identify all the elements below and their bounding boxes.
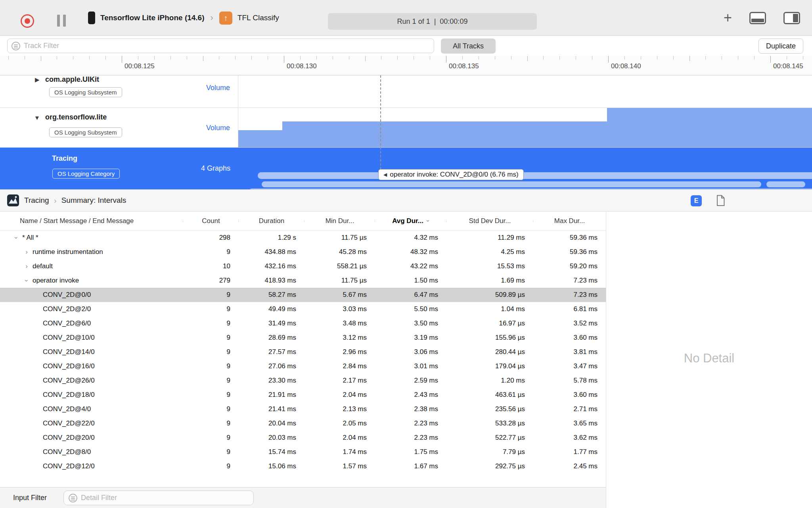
input-filter-label: Input Filter bbox=[13, 494, 47, 502]
pause-button[interactable] bbox=[57, 15, 66, 27]
detail-filter-field[interactable] bbox=[63, 491, 254, 505]
column-header-name[interactable]: Name / Start Message / End Message bbox=[0, 217, 183, 225]
table-row[interactable]: › operator invoke 279 418.93 ms 11.75 µs… bbox=[0, 273, 606, 288]
column-header-max-duration[interactable]: Max Dur... bbox=[533, 217, 606, 225]
interval-lane[interactable] bbox=[258, 172, 812, 179]
breadcrumb-instrument[interactable]: Tracing bbox=[24, 196, 49, 205]
toolbar: Tensorflow Lite iPhone (14.6) › ↑ TFL Cl… bbox=[0, 0, 812, 36]
row-disclosure-icon[interactable]: › bbox=[19, 275, 34, 287]
interval-lane[interactable] bbox=[766, 181, 805, 187]
toggle-bottom-pane-button[interactable] bbox=[749, 12, 766, 24]
target-app-name[interactable]: TFL Classify bbox=[237, 13, 279, 22]
cell-count: 9 bbox=[183, 359, 239, 373]
disclosure-collapsed-icon[interactable]: ▶ bbox=[35, 76, 40, 83]
cell-min-duration: 45.28 ms bbox=[304, 245, 375, 259]
interval-lane[interactable] bbox=[262, 181, 761, 187]
track-graph-label[interactable]: Volume bbox=[206, 84, 230, 92]
table-row[interactable]: CONV_2D@16/0 9 27.06 ms 2.84 ms 3.01 ms … bbox=[0, 359, 606, 373]
cell-max-duration: 1.77 ms bbox=[533, 445, 606, 459]
row-name: default bbox=[33, 259, 53, 273]
track-tracing-selected[interactable]: Tracing OS Logging Category 4 Graphs ◀ o… bbox=[0, 148, 812, 189]
detail-filter-input[interactable] bbox=[81, 494, 253, 502]
track-filter-field[interactable] bbox=[7, 38, 434, 53]
timeline-ruler[interactable]: 00:08.12500:08.13000:08.13500:08.14000:0… bbox=[0, 56, 812, 75]
document-icon[interactable] bbox=[716, 195, 725, 206]
track-header[interactable]: ▼ org.tensorflow.lite OS Logging Subsyst… bbox=[0, 108, 238, 147]
ruler-tick bbox=[641, 56, 641, 60]
app-icon: ↑ bbox=[219, 12, 232, 25]
cell-duration: 1.29 s bbox=[239, 231, 304, 245]
ruler-timestamp: 00:08.130 bbox=[287, 62, 317, 70]
ruler-timestamp: 00:08.140 bbox=[611, 62, 641, 70]
track-filter-input[interactable] bbox=[24, 42, 434, 50]
ruler-tick bbox=[170, 56, 171, 60]
add-instrument-button[interactable]: + bbox=[724, 11, 732, 25]
table-row[interactable]: › runtime instrumentation 9 434.88 ms 45… bbox=[0, 245, 606, 259]
table-row[interactable]: CONV_2D@18/0 9 21.91 ms 2.04 ms 2.43 ms … bbox=[0, 388, 606, 402]
table-row[interactable]: CONV_2D@0/0 9 58.27 ms 5.67 ms 6.47 ms 5… bbox=[0, 288, 606, 302]
table-row[interactable]: CONV_2D@20/0 9 20.03 ms 2.04 ms 2.23 ms … bbox=[0, 431, 606, 445]
table-row[interactable]: CONV_2D@26/0 9 23.30 ms 2.17 ms 2.59 ms … bbox=[0, 373, 606, 388]
track-graph[interactable] bbox=[238, 75, 812, 108]
breadcrumb-view[interactable]: Summary: Intervals bbox=[61, 196, 126, 205]
interval-tooltip: ◀ operator invoke: CONV_2D@0/0 (6.76 ms) bbox=[378, 169, 524, 180]
disclosure-expanded-icon[interactable]: ▼ bbox=[34, 114, 40, 121]
cell-min-duration: 3.48 ms bbox=[304, 316, 375, 331]
table-row[interactable]: CONV_2D@22/0 9 20.04 ms 2.05 ms 2.23 ms … bbox=[0, 416, 606, 431]
record-button[interactable] bbox=[21, 14, 34, 28]
table-row[interactable]: CONV_2D@10/0 9 28.69 ms 3.12 ms 3.19 ms … bbox=[0, 331, 606, 345]
table-row[interactable]: CONV_2D@2/0 9 49.49 ms 3.03 ms 5.50 ms 1… bbox=[0, 302, 606, 316]
chevron-right-icon: › bbox=[211, 13, 213, 23]
ruler-tick bbox=[722, 56, 722, 60]
column-header-count[interactable]: Count bbox=[183, 217, 239, 225]
track-title: com.apple.UIKit bbox=[45, 75, 99, 84]
table-row[interactable]: › * All * 298 1.29 s 11.75 µs 4.32 ms 11… bbox=[0, 231, 606, 245]
column-header-avg-duration[interactable]: Avg Dur...› bbox=[375, 217, 446, 225]
row-name-cell: CONV_2D@0/0 bbox=[0, 288, 183, 302]
ruler-tick bbox=[138, 56, 138, 60]
all-tracks-button[interactable]: All Tracks bbox=[441, 38, 496, 54]
table-row[interactable]: CONV_2D@8/0 9 15.74 ms 1.74 ms 1.75 ms 7… bbox=[0, 445, 606, 459]
track-header[interactable]: Tracing OS Logging Category 4 Graphs bbox=[0, 148, 238, 189]
device-name[interactable]: Tensorflow Lite iPhone (14.6) bbox=[100, 13, 205, 22]
track-header[interactable]: ▶ com.apple.UIKit OS Logging Subsystem V… bbox=[0, 75, 238, 108]
row-name: CONV_2D@8/0 bbox=[43, 445, 91, 459]
cell-avg-duration: 2.43 ms bbox=[375, 388, 446, 402]
toggle-right-pane-button[interactable] bbox=[783, 12, 800, 24]
volume-graph[interactable] bbox=[238, 108, 812, 147]
extended-detail-button[interactable]: E bbox=[691, 195, 702, 206]
intervals-graph[interactable]: ◀ operator invoke: CONV_2D@0/0 (6.76 ms) bbox=[238, 148, 812, 189]
cell-count: 298 bbox=[183, 231, 239, 245]
row-name-cell: CONV_2D@12/0 bbox=[0, 459, 183, 473]
table-row[interactable]: CONV_2D@4/0 9 21.41 ms 2.13 ms 2.38 ms 2… bbox=[0, 402, 606, 416]
cell-stddev-duration: 1.69 ms bbox=[446, 273, 533, 288]
cell-max-duration: 3.81 ms bbox=[533, 345, 606, 359]
row-disclosure-icon[interactable]: › bbox=[21, 259, 33, 273]
column-header-stddev-duration[interactable]: Std Dev Dur... bbox=[446, 217, 533, 225]
track-org-tensorflow-lite[interactable]: ▼ org.tensorflow.lite OS Logging Subsyst… bbox=[0, 108, 812, 148]
row-name-cell: CONV_2D@20/0 bbox=[0, 431, 183, 445]
filter-icon bbox=[69, 494, 77, 502]
cell-duration: 49.49 ms bbox=[239, 302, 304, 316]
detail-header-bar: Tracing › Summary: Intervals E bbox=[0, 189, 812, 212]
row-disclosure-icon[interactable]: › bbox=[9, 232, 23, 244]
table-row[interactable]: CONV_2D@12/0 9 15.06 ms 1.57 ms 1.67 ms … bbox=[0, 459, 606, 473]
ruler-tick bbox=[543, 56, 544, 60]
cell-duration: 23.30 ms bbox=[239, 373, 304, 388]
table-body: › * All * 298 1.29 s 11.75 µs 4.32 ms 11… bbox=[0, 231, 606, 473]
track-com-apple-uikit[interactable]: ▶ com.apple.UIKit OS Logging Subsystem V… bbox=[0, 75, 812, 108]
table-row[interactable]: CONV_2D@6/0 9 31.49 ms 3.48 ms 3.50 ms 1… bbox=[0, 316, 606, 331]
track-graph-label[interactable]: Volume bbox=[206, 124, 230, 132]
column-header-duration[interactable]: Duration bbox=[239, 217, 304, 225]
target-selector[interactable]: Tensorflow Lite iPhone (14.6) › ↑ TFL Cl… bbox=[88, 0, 279, 36]
track-graph-label[interactable]: 4 Graphs bbox=[201, 164, 230, 173]
table-row[interactable]: CONV_2D@14/0 9 27.57 ms 2.96 ms 3.06 ms … bbox=[0, 345, 606, 359]
playhead-line[interactable] bbox=[380, 75, 381, 169]
row-disclosure-icon[interactable]: › bbox=[21, 245, 33, 259]
column-header-min-duration[interactable]: Min Dur... bbox=[304, 217, 375, 225]
row-name-cell: › default bbox=[0, 259, 183, 273]
table-row[interactable]: › default 10 432.16 ms 558.21 µs 43.22 m… bbox=[0, 259, 606, 273]
cell-min-duration: 11.75 µs bbox=[304, 273, 375, 288]
duplicate-button[interactable]: Duplicate bbox=[758, 38, 803, 54]
column-header-label: Avg Dur... bbox=[392, 217, 423, 225]
